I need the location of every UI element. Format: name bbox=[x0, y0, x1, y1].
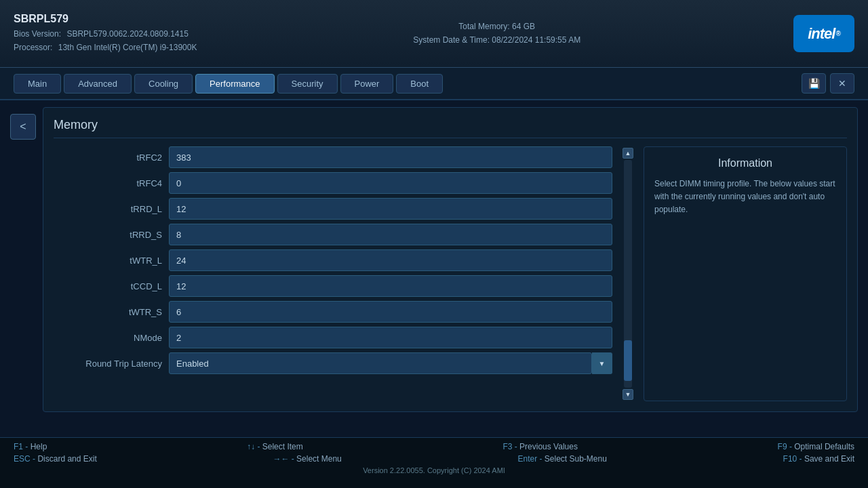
close-icon: ✕ bbox=[838, 78, 846, 89]
nav-icons: 💾 ✕ bbox=[802, 73, 854, 94]
footer-row-2: ESC - Discard and Exit →← - Select Menu … bbox=[14, 454, 854, 464]
footer-f10: F10 - Save and Exit bbox=[783, 454, 854, 464]
setting-row-trrd-s: tRRD_S bbox=[54, 224, 612, 245]
label-rtl: Round Trip Latency bbox=[54, 359, 162, 369]
select-arrow-rtl[interactable]: ▼ bbox=[592, 352, 612, 374]
content-panel: Memory tRFC2 tRFC4 tRRD_L bbox=[43, 107, 858, 412]
input-trrd-s[interactable] bbox=[169, 224, 612, 245]
label-trrd-s: tRRD_S bbox=[54, 230, 162, 240]
tab-power[interactable]: Power bbox=[340, 74, 394, 94]
system-model: SBRPL579 bbox=[14, 13, 200, 25]
save-icon: 💾 bbox=[808, 78, 820, 89]
input-trfc4[interactable] bbox=[169, 172, 612, 194]
chevron-down-icon: ▼ bbox=[599, 360, 606, 367]
footer-f1: F1 - Help bbox=[14, 442, 47, 451]
scroll-track bbox=[624, 160, 632, 388]
label-trfc4: tRFC4 bbox=[54, 178, 162, 188]
tab-boot[interactable]: Boot bbox=[396, 74, 443, 94]
arrows-label: Select Item bbox=[262, 442, 303, 451]
footer: F1 - Help ↑↓ - Select Item F3 - Previous… bbox=[0, 437, 868, 488]
memory-label: Total Memory: bbox=[458, 22, 509, 31]
footer-enter2: Enter - Select Sub-Menu bbox=[517, 454, 606, 464]
setting-row-twtr-l: tWTR_L bbox=[54, 249, 612, 271]
label-trfc2: tRFC2 bbox=[54, 152, 162, 163]
f9-key: F9 bbox=[778, 442, 787, 451]
f3-key: F3 bbox=[502, 442, 512, 451]
tab-main[interactable]: Main bbox=[14, 74, 61, 94]
setting-row-trfc4: tRFC4 bbox=[54, 172, 612, 194]
f1-key: F1 bbox=[14, 442, 23, 451]
back-icon: < bbox=[20, 121, 26, 133]
input-twtr-l[interactable] bbox=[169, 249, 612, 271]
esc-key: ESC bbox=[14, 454, 31, 464]
f1-label: Help bbox=[31, 442, 47, 451]
close-icon-button[interactable]: ✕ bbox=[830, 73, 854, 94]
memory-value: 64 GB bbox=[512, 22, 535, 31]
setting-row-tccd-l: tCCD_L bbox=[54, 275, 612, 297]
date-value: 08/22/2024 bbox=[492, 35, 532, 45]
info-text: Select DIMM timing profile. The below va… bbox=[654, 178, 836, 217]
arrows-key: ↑↓ bbox=[247, 442, 255, 451]
tab-security[interactable]: Security bbox=[277, 74, 338, 94]
label-twtr-l: tWTR_L bbox=[54, 256, 162, 266]
tab-performance[interactable]: Performance bbox=[195, 74, 274, 94]
nav-tabs: Main Advanced Cooling Performance Securi… bbox=[14, 74, 443, 94]
footer-f3: F3 - Previous Values bbox=[502, 442, 578, 451]
bios-label: Bios Version: bbox=[14, 29, 61, 39]
input-trfc2[interactable] bbox=[169, 146, 612, 168]
chevron-down-icon: ▼ bbox=[625, 391, 631, 398]
input-twtr-s[interactable] bbox=[169, 301, 612, 323]
main-content: < Memory tRFC2 tRFC4 tRRD_L bbox=[0, 100, 868, 419]
section-title: Memory bbox=[54, 118, 847, 138]
content-body: tRFC2 tRFC4 tRRD_L tRRD_S bbox=[54, 146, 847, 401]
time-value: 11:59:55 AM bbox=[535, 35, 580, 45]
input-tccd-l[interactable] bbox=[169, 275, 612, 297]
header-left: SBRPL579 Bios Version: SBRPL579.0062.202… bbox=[14, 13, 200, 54]
tab-cooling[interactable]: Cooling bbox=[134, 74, 193, 94]
select-rtl[interactable]: Enabled Disabled bbox=[169, 352, 592, 374]
f9-label: Optimal Defaults bbox=[794, 442, 854, 451]
datetime-info: System Date & Time: 08/22/2024 11:59:55 … bbox=[413, 34, 580, 47]
processor-value: 13th Gen Intel(R) Core(TM) i9-13900K bbox=[58, 43, 197, 52]
footer-enter: →← - Select Menu bbox=[273, 454, 341, 464]
back-button[interactable]: < bbox=[10, 114, 36, 140]
label-trrd-l: tRRD_L bbox=[54, 204, 162, 214]
setting-row-nmode: NMode bbox=[54, 327, 612, 348]
setting-row-trrd-l: tRRD_L bbox=[54, 198, 612, 220]
memory-info: Total Memory: 64 GB bbox=[413, 20, 580, 33]
intel-logo: intel ® bbox=[793, 15, 854, 52]
input-trrd-l[interactable] bbox=[169, 198, 612, 220]
tab-advanced[interactable]: Advanced bbox=[64, 74, 132, 94]
label-tccd-l: tCCD_L bbox=[54, 281, 162, 291]
f10-key: F10 bbox=[783, 454, 797, 464]
scroll-thumb[interactable] bbox=[624, 340, 632, 381]
footer-esc: ESC - Discard and Exit bbox=[14, 454, 97, 464]
footer-f9: F9 - Optimal Defaults bbox=[778, 442, 854, 451]
label-nmode: NMode bbox=[54, 333, 162, 343]
chevron-up-icon: ▲ bbox=[625, 150, 631, 157]
header: SBRPL579 Bios Version: SBRPL579.0062.202… bbox=[0, 0, 868, 68]
header-right: intel ® bbox=[793, 15, 854, 52]
nav-bar: Main Advanced Cooling Performance Securi… bbox=[0, 68, 868, 100]
enter-label: Select Menu bbox=[296, 454, 342, 464]
select-wrapper-rtl: Enabled Disabled ▼ bbox=[169, 352, 612, 374]
setting-row-trfc2: tRFC2 bbox=[54, 146, 612, 168]
input-nmode[interactable] bbox=[169, 327, 612, 348]
enter2-key: Enter bbox=[517, 454, 537, 464]
f10-label: Save and Exit bbox=[804, 454, 854, 464]
footer-row-1: F1 - Help ↑↓ - Select Item F3 - Previous… bbox=[14, 442, 854, 451]
label-twtr-s: tWTR_S bbox=[54, 307, 162, 317]
f3-label: Previous Values bbox=[519, 442, 578, 451]
scroll-down-button[interactable]: ▼ bbox=[623, 389, 633, 400]
scroll-up-button[interactable]: ▲ bbox=[623, 148, 633, 159]
enter-key: →← bbox=[273, 454, 291, 464]
scroll-area: ▲ ▼ bbox=[623, 146, 633, 401]
setting-row-twtr-s: tWTR_S bbox=[54, 301, 612, 323]
footer-version: Version 2.22.0055. Copyright (C) 2024 AM… bbox=[14, 466, 854, 474]
info-title: Information bbox=[654, 157, 836, 169]
sidebar: < bbox=[10, 107, 36, 412]
footer-arrows: ↑↓ - Select Item bbox=[247, 442, 303, 451]
bios-info: Bios Version: SBRPL579.0062.2024.0809.14… bbox=[14, 28, 200, 41]
processor-info: Processor: 13th Gen Intel(R) Core(TM) i9… bbox=[14, 41, 200, 54]
save-icon-button[interactable]: 💾 bbox=[802, 73, 826, 94]
